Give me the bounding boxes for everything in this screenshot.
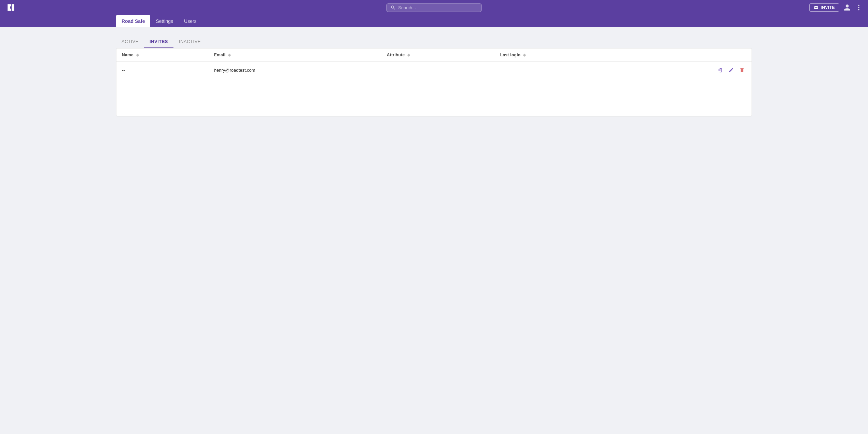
cell-email: henry@roadtest.com [209, 62, 381, 79]
tab-inactive[interactable]: INACTIVE [173, 36, 206, 48]
search-input[interactable] [398, 5, 477, 10]
tab-invites[interactable]: INVITES [144, 36, 173, 48]
svg-point-0 [858, 5, 859, 6]
navbar-right: INVITE [809, 3, 863, 12]
col-name[interactable]: Name [116, 48, 209, 62]
cell-actions [616, 62, 752, 79]
user-profile-button[interactable] [843, 4, 851, 11]
tab-bar: ACTIVE INVITES INACTIVE [116, 36, 752, 48]
trash-icon [739, 67, 745, 73]
subnav-item-roadsafe[interactable]: Road Safe [116, 15, 150, 27]
col-attribute[interactable]: Attribute [381, 48, 495, 62]
user-icon [843, 4, 851, 11]
navbar: INVITE [0, 0, 868, 15]
sort-attribute-icon [407, 54, 410, 57]
sort-name-icon [136, 54, 139, 57]
row-actions [621, 66, 746, 74]
login-as-button[interactable] [716, 66, 724, 74]
search-icon [391, 5, 395, 10]
login-icon [717, 67, 723, 73]
more-dots-icon [855, 4, 863, 11]
main-content: ACTIVE INVITES INACTIVE Name [0, 27, 868, 125]
subnav: Road Safe Settings Users [0, 15, 868, 27]
app-logo [5, 2, 16, 13]
svg-point-2 [858, 9, 859, 11]
envelope-icon [814, 5, 818, 10]
sort-lastlogin-icon [523, 54, 526, 57]
edit-icon [728, 67, 734, 73]
svg-point-1 [858, 7, 859, 8]
cell-last-login [495, 62, 616, 79]
invite-button[interactable]: INVITE [809, 3, 839, 12]
edit-user-button[interactable] [727, 66, 735, 74]
cell-name: -- [116, 62, 209, 79]
cell-attribute [381, 62, 495, 79]
col-actions [616, 48, 752, 62]
more-options-button[interactable] [855, 4, 863, 11]
invites-table-card: Name Email Attribute [116, 48, 752, 116]
col-last-login[interactable]: Last login [495, 48, 616, 62]
subnav-item-users[interactable]: Users [179, 15, 202, 27]
subnav-item-settings[interactable]: Settings [150, 15, 179, 27]
table-header-row: Name Email Attribute [116, 48, 752, 62]
sort-email-icon [228, 54, 231, 57]
invites-table: Name Email Attribute [116, 48, 752, 78]
delete-user-button[interactable] [738, 66, 746, 74]
tab-active[interactable]: ACTIVE [116, 36, 144, 48]
search-bar[interactable] [386, 3, 482, 12]
table-row: -- henry@roadtest.com [116, 62, 752, 79]
col-email[interactable]: Email [209, 48, 381, 62]
